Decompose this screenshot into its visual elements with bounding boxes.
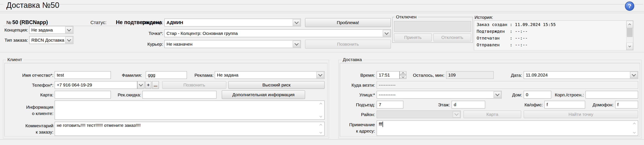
find-point-button[interactable]: Найти точку [524, 111, 638, 118]
discount-input[interactable] [142, 91, 216, 99]
floor-value: d [454, 102, 456, 107]
operator-combobox[interactable]: АДМИН [164, 19, 301, 26]
order-number: 50 (RBCNapp) [12, 19, 48, 25]
ads-combobox[interactable]: Не задана [215, 71, 324, 79]
page-title: Доставка №50 [6, 1, 59, 10]
phone-dropdown-button[interactable] [137, 81, 144, 89]
textarea-scroll-down-icon[interactable] [631, 130, 638, 135]
order-type-value: RBCN Доставка [31, 38, 64, 43]
client-name-input[interactable]: test [55, 71, 111, 79]
textarea-scroll-down-icon[interactable] [318, 114, 324, 119]
problem-button[interactable]: Проблема! [305, 18, 391, 27]
courier-value: Не назначен [166, 42, 192, 47]
intercom-input[interactable]: f [615, 101, 638, 108]
house-input[interactable]: 0 [524, 91, 551, 99]
concept-dropdown-icon[interactable] [65, 27, 73, 33]
point-combobox[interactable]: Стар - Колцентр: Основная группа [164, 29, 391, 37]
floor-input[interactable]: d [452, 101, 485, 108]
date-label: Дата: [506, 73, 522, 78]
courier-combobox[interactable]: Не назначен [164, 40, 301, 48]
order-comment-label2: к заказу: [13, 130, 54, 135]
scroll-down-icon[interactable] [626, 43, 633, 50]
separator-bottom [0, 140, 644, 140]
history-listbox[interactable]: Заказ создан : 11.09.2024 15:55 Подтверж… [474, 20, 634, 50]
order-type-combobox[interactable]: RBCN Доставка [29, 36, 73, 44]
help-icon[interactable]: ? [625, 1, 634, 11]
point-dropdown-icon[interactable] [383, 30, 390, 37]
date-combobox[interactable]: 11.09.2024 [524, 71, 638, 79]
time-label: Время: [350, 73, 375, 78]
remaining-field: 109 [446, 71, 494, 79]
order-type-dropdown-icon[interactable] [65, 37, 73, 43]
remaining-label: Осталось, мин: [411, 73, 444, 78]
flat-input[interactable]: f [544, 101, 585, 108]
entrance-input[interactable]: 7 [377, 101, 403, 108]
time-spin-down-icon[interactable] [400, 75, 406, 79]
high-risk-button[interactable]: Высокий риск [228, 81, 324, 89]
client-name-value: test [57, 72, 64, 78]
history-line: Заказ создан : 11.09.2024 15:55 [477, 22, 556, 27]
text-caret [382, 122, 383, 127]
courier-dropdown-icon[interactable] [293, 41, 300, 47]
phone-input[interactable]: +7 916 064-19-29 [55, 81, 137, 89]
floor-label: Этаж: [432, 102, 450, 107]
textarea-scroll-up-icon[interactable] [631, 121, 638, 126]
client-group-title: Клиент [6, 57, 24, 62]
accept-button[interactable]: Принять [394, 33, 432, 41]
point-label: Точка*: [131, 31, 163, 36]
history-line: Отправлен : --:-- [477, 42, 528, 47]
surname-input[interactable]: ggg [146, 71, 187, 79]
flat-label: Кв/офис: [519, 102, 543, 107]
client-info-textarea[interactable] [55, 101, 324, 120]
concept-combobox[interactable]: Не задана [29, 26, 73, 34]
textarea-scroll-up-icon[interactable] [318, 122, 324, 128]
phone-add-button[interactable]: + [145, 81, 151, 89]
time-spin-up-icon[interactable] [400, 71, 406, 75]
order-comment-textarea[interactable]: не готовить!!!! тест!!!!!! отмените зака… [55, 122, 324, 136]
date-dropdown-icon[interactable] [630, 72, 638, 78]
extra-info-button[interactable]: Дополнительная информация [222, 90, 305, 99]
title-frame-line-right [55, 4, 643, 4]
order-comment-label: Комментарий [13, 123, 54, 128]
district-combobox[interactable] [377, 111, 461, 118]
history-line: Подтвержден : --:-- [477, 29, 528, 34]
district-dropdown-icon[interactable] [453, 111, 460, 118]
intercom-label: Домофон: [591, 102, 614, 107]
time-input[interactable]: 17:51 [377, 71, 400, 79]
entrance-value: 7 [379, 102, 381, 107]
courier-label: Курьер: [131, 42, 163, 47]
address-note-textarea[interactable]: fff [377, 121, 638, 136]
map-button[interactable]: Карта [464, 111, 521, 118]
destination-value: ---------- [379, 82, 396, 88]
scroll-up-icon[interactable] [626, 21, 633, 28]
street-combobox[interactable]: ---------- [377, 91, 502, 99]
phone-more-button[interactable]: ... [152, 81, 159, 89]
street-dropdown-icon[interactable] [494, 92, 501, 98]
intercom-value: f [617, 102, 618, 107]
district-label: Район: [352, 112, 375, 117]
call-button-top[interactable]: Позвонить [305, 40, 391, 49]
entrance-label: Подъезд: [350, 102, 375, 107]
building-input[interactable] [586, 91, 638, 99]
point-value: Стар - Колцентр: Основная группа [166, 31, 238, 36]
concept-label: Концепция: [4, 27, 28, 32]
history-scrollbar[interactable] [626, 21, 633, 50]
textarea-scroll-down-icon[interactable] [318, 130, 324, 135]
surname-label: Фамилия: [119, 73, 142, 78]
separator-mid [0, 52, 644, 53]
operator-value: АДМИН [166, 20, 183, 25]
ads-dropdown-icon[interactable] [316, 72, 324, 78]
order-comment-value: не готовить!!!! тест!!!!!! отмените зака… [57, 123, 141, 128]
textarea-scroll-up-icon[interactable] [318, 101, 324, 106]
card-input[interactable] [55, 91, 111, 99]
operator-dropdown-icon[interactable] [293, 19, 300, 26]
decline-button[interactable]: Отклонить [434, 33, 471, 41]
destination-label: Куда везти: [345, 83, 375, 88]
address-note-label: Примечание [339, 122, 375, 127]
client-call-button[interactable]: Позвонить [162, 81, 226, 89]
disconnect-field [394, 21, 471, 32]
surname-value: ggg [148, 72, 155, 78]
scrollbar-thumb[interactable] [627, 28, 632, 37]
remaining-value: 109 [448, 72, 456, 78]
flat-value: f [546, 102, 548, 107]
